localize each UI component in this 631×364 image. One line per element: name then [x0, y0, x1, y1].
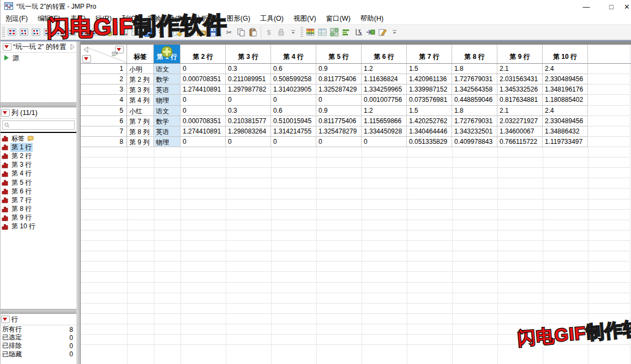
- cell-r1-c5[interactable]: 0.9: [316, 64, 362, 74]
- column-header-6[interactable]: 第 6 行: [362, 45, 407, 63]
- close-button[interactable]: ✕: [624, 0, 631, 13]
- cell-r5-c0[interactable]: 小红: [127, 106, 154, 116]
- cell-r6-c8[interactable]: 1.727679031: [452, 116, 497, 126]
- cell-r4-c0[interactable]: 第 4 列: [127, 95, 154, 105]
- cell-r8-c7[interactable]: 0.051335829: [407, 137, 452, 147]
- cell-r6-c5[interactable]: 0.811775406: [316, 116, 362, 126]
- cell-r8-c8[interactable]: 0.409978843: [452, 137, 497, 147]
- cell-r8-c9[interactable]: 0.766115722: [497, 137, 543, 147]
- row-stat-0[interactable]: 所有行8: [1, 325, 76, 333]
- platform-icon-a[interactable]: [18, 26, 30, 39]
- cell-r2-c4[interactable]: 0.508599258: [271, 74, 316, 84]
- cell-r8-c4[interactable]: 0: [271, 137, 316, 147]
- cell-r8-c5[interactable]: 0: [316, 137, 362, 147]
- cell-r7-c6[interactable]: 1.334450928: [362, 126, 407, 137]
- rows-corner-menu-button[interactable]: [82, 55, 91, 63]
- cell-r2-c6[interactable]: 1.11636824: [362, 74, 407, 84]
- menu-item-0[interactable]: 别逗(F): [1, 14, 33, 23]
- cell-r4-c7[interactable]: 0.073576981: [407, 95, 452, 105]
- maximize-button[interactable]: □: [599, 0, 624, 13]
- column-header-3[interactable]: 第 3 行: [226, 45, 271, 63]
- row-number[interactable]: 4: [81, 95, 127, 105]
- cell-r5-c8[interactable]: 1.8: [452, 106, 497, 116]
- side-table-splitter[interactable]: [76, 41, 81, 364]
- cell-r4-c5[interactable]: 0: [316, 95, 362, 105]
- row-stat-3[interactable]: 已隐藏0: [1, 350, 76, 359]
- column-header-10[interactable]: 第 10 行: [543, 45, 588, 63]
- currency-disabled-icon[interactable]: $: [263, 26, 275, 39]
- split-windows-icon[interactable]: [328, 26, 340, 39]
- column-header-8[interactable]: 第 8 行: [452, 45, 497, 63]
- cell-r3-c4[interactable]: 1.314023905: [271, 84, 316, 95]
- column-search-input[interactable]: [2, 120, 75, 130]
- cell-r7-c0[interactable]: 第 8 列: [127, 126, 154, 137]
- cell-r3-c0[interactable]: 第 3 列: [127, 84, 154, 95]
- cell-r7-c10[interactable]: 1.34886432: [543, 126, 588, 137]
- cell-r3-c5[interactable]: 1.325287429: [316, 84, 362, 95]
- row-number[interactable]: 1: [81, 64, 127, 74]
- cell-r2-c0[interactable]: 第 2 列: [127, 74, 154, 84]
- column-list-item-9[interactable]: 第 9 行: [1, 214, 76, 222]
- cell-r1-c0[interactable]: 小明: [127, 64, 154, 74]
- cell-r7-c4[interactable]: 1.314214755: [271, 126, 316, 137]
- cell-r2-c1[interactable]: 数学: [154, 74, 181, 84]
- cell-r3-c6[interactable]: 1.334259965: [362, 84, 407, 95]
- cell-r8-c2[interactable]: 0: [181, 137, 226, 147]
- cell-r7-c3[interactable]: 1.298083264: [226, 126, 271, 137]
- column-list-item-4[interactable]: 第 4 行: [1, 169, 76, 178]
- cell-r4-c6[interactable]: 0.001007756: [362, 95, 407, 105]
- column-header-1[interactable]: 第 1 行: [154, 45, 181, 63]
- lock-disabled-icon[interactable]: [275, 26, 287, 39]
- rows-menu-button[interactable]: [1, 316, 10, 323]
- cell-r3-c8[interactable]: 1.342564358: [452, 84, 497, 95]
- cell-r5-c5[interactable]: 0.9: [316, 106, 362, 116]
- cell-r4-c1[interactable]: 物理: [154, 95, 181, 105]
- cell-r6-c2[interactable]: 0.000708351: [181, 116, 226, 126]
- cell-r6-c6[interactable]: 1.115659866: [362, 116, 407, 126]
- run-script-icon[interactable]: [364, 26, 376, 39]
- toolbar-grip[interactable]: [2, 27, 5, 37]
- overflow-chevron-icon[interactable]: [388, 26, 400, 39]
- row-number[interactable]: 5: [81, 106, 127, 116]
- columns-menu-button[interactable]: [1, 109, 10, 117]
- cell-r4-c2[interactable]: 0: [181, 95, 226, 105]
- cell-r3-c10[interactable]: 1.348196176: [543, 84, 588, 95]
- cell-r5-c7[interactable]: 1.5: [407, 106, 452, 116]
- row-stat-1[interactable]: 已选定0: [1, 333, 76, 342]
- cell-r2-c9[interactable]: 2.031563431: [497, 74, 543, 84]
- column-list-icon[interactable]: [112, 52, 118, 57]
- column-header-4[interactable]: 第 4 行: [271, 45, 316, 63]
- column-list-item-7[interactable]: 第 7 行: [1, 196, 76, 204]
- row-number[interactable]: 2: [81, 74, 127, 84]
- panel-collapse-arrow-icon[interactable]: [70, 44, 75, 50]
- cell-r7-c2[interactable]: 1.274410891: [181, 126, 226, 137]
- summary-table-icon[interactable]: [316, 26, 328, 39]
- plot-axes-icon[interactable]: yx: [352, 26, 364, 39]
- row-stat-2[interactable]: 已排除0: [1, 342, 76, 350]
- cell-r8-c1[interactable]: 物理: [154, 137, 181, 147]
- menu-item-9[interactable]: 视图(V): [289, 14, 321, 23]
- platform-icon-b[interactable]: [30, 26, 42, 39]
- cell-r2-c7[interactable]: 1.420961136: [407, 74, 452, 84]
- cell-r1-c10[interactable]: 2.4: [543, 64, 588, 74]
- cell-r1-c6[interactable]: 1.2: [362, 64, 407, 74]
- minimize-button[interactable]: —: [574, 0, 599, 13]
- cell-r5-c6[interactable]: 1.2: [362, 106, 407, 116]
- cell-r6-c7[interactable]: 1.420252762: [407, 116, 452, 126]
- cell-r5-c9[interactable]: 2.1: [497, 106, 543, 116]
- column-header-9[interactable]: 第 9 行: [497, 45, 543, 63]
- cell-r5-c3[interactable]: 0.3: [226, 106, 271, 116]
- row-number[interactable]: 7: [81, 126, 127, 137]
- cell-r2-c10[interactable]: 2.330489456: [543, 74, 588, 84]
- copy-icon[interactable]: [235, 26, 247, 39]
- journal-hierarchy-icon[interactable]: [6, 26, 18, 39]
- column-list-item-2[interactable]: 第 2 行: [1, 151, 76, 160]
- cell-r4-c8[interactable]: 0.448859046: [452, 95, 497, 105]
- menu-item-11[interactable]: 帮助(H): [356, 14, 388, 23]
- column-header-5[interactable]: 第 5 行: [316, 45, 362, 63]
- row-number[interactable]: 8: [81, 137, 127, 147]
- edit-script-icon[interactable]: [376, 26, 388, 39]
- cell-r6-c0[interactable]: 第 7 列: [127, 116, 154, 126]
- cell-r4-c4[interactable]: 0: [271, 95, 316, 105]
- cell-r4-c10[interactable]: 1.180885402: [543, 95, 588, 105]
